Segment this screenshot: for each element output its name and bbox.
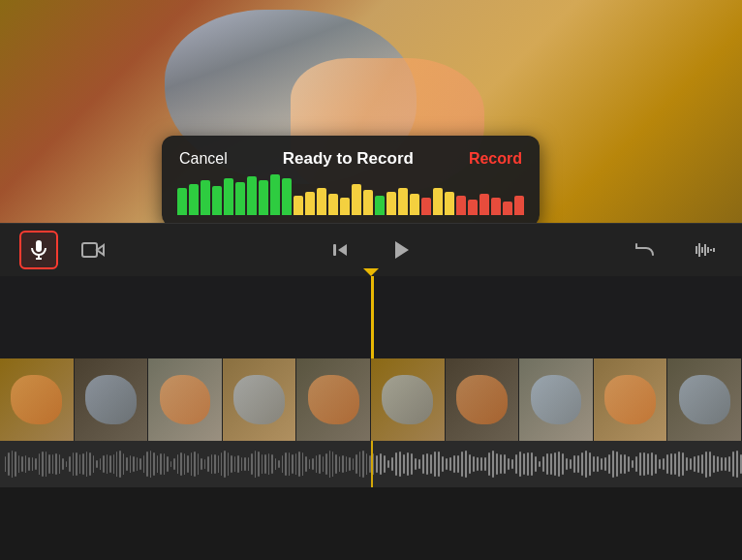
thumb-shape <box>160 375 211 424</box>
waveform-bar-right <box>415 458 417 470</box>
waveform-bar-right <box>457 455 459 473</box>
waveform-bar <box>278 460 279 468</box>
filmstrip[interactable] <box>0 358 742 441</box>
waveform-bar <box>160 453 161 475</box>
waveform-bar <box>100 458 101 469</box>
waveform-bar-right <box>651 452 653 477</box>
waveform-bar <box>18 455 19 474</box>
waveform-bar <box>130 455 131 472</box>
waveform-bar-right <box>430 454 432 474</box>
waveform-bar <box>244 457 245 471</box>
waveform-bar <box>211 454 212 474</box>
cancel-button[interactable]: Cancel <box>179 150 228 168</box>
thumb-shape <box>85 375 137 424</box>
waveform-bar-right <box>546 453 548 475</box>
waveform-bar-right <box>728 456 730 472</box>
thumb-shape <box>456 375 508 424</box>
waveform-bar-right <box>697 455 699 474</box>
audio-levels-button[interactable] <box>684 231 723 269</box>
video-preview: Cancel Ready to Record Record <box>0 0 742 223</box>
waveform-bar-right <box>492 451 494 478</box>
meter-bar-red <box>456 196 466 215</box>
waveform-bar-right <box>376 455 378 474</box>
microphone-button[interactable] <box>19 231 58 269</box>
waveform-bar-right <box>461 451 463 477</box>
waveform-strip <box>0 441 742 487</box>
waveform-bar-right <box>616 451 618 476</box>
waveform-bar <box>298 451 299 477</box>
waveform-bar <box>28 457 29 471</box>
waveform-bar-right <box>624 454 626 475</box>
waveform-bar <box>59 454 60 474</box>
waveform-bar <box>107 454 108 474</box>
camera-button[interactable] <box>74 231 112 269</box>
waveform-bar <box>139 458 140 471</box>
play-icon <box>390 238 414 262</box>
record-button[interactable]: Record <box>469 150 522 168</box>
undo-button[interactable] <box>626 231 665 269</box>
waveform-bar-right <box>670 453 672 476</box>
waveform-bar <box>133 456 134 472</box>
waveform-bar-right <box>550 453 552 474</box>
filmstrip-thumb <box>0 358 75 441</box>
waveform-bar-right <box>511 459 513 468</box>
meter-bar-red <box>479 194 489 215</box>
waveform-bar-right <box>426 453 428 476</box>
waveform-bar-right <box>666 454 668 475</box>
filmstrip-thumb <box>519 358 594 441</box>
waveform-bar-right <box>411 453 413 475</box>
waveform-bar <box>157 455 158 473</box>
waveform-bar <box>224 451 225 478</box>
waveform-bar-right <box>690 458 692 469</box>
waveform-bar-right <box>713 455 715 473</box>
thumb-shape <box>233 375 285 424</box>
waveform-bar-right <box>732 451 734 476</box>
waveform-bar-right <box>635 456 637 473</box>
waveform-bar-right <box>682 452 684 476</box>
waveform-bar-right <box>581 452 583 475</box>
filmstrip-thumb <box>75 358 149 441</box>
waveform-bar <box>8 452 9 476</box>
waveform-bar-right <box>531 452 533 476</box>
thumb-content <box>594 358 667 441</box>
waveform-bar-right <box>597 456 599 472</box>
rewind-button[interactable] <box>321 231 359 269</box>
waveform-bar <box>32 457 33 471</box>
timeline-empty-track <box>0 276 742 358</box>
waveform-bar-right <box>539 461 541 467</box>
waveform-bar <box>302 452 303 476</box>
meter-bar-yellow <box>410 194 419 215</box>
waveform-bar <box>109 455 110 473</box>
waveform-bar <box>15 451 15 477</box>
toolbar-right <box>626 231 723 269</box>
waveform-bar-right <box>542 456 544 472</box>
filmstrip-thumb <box>296 358 371 441</box>
waveform-bar <box>207 456 208 471</box>
waveform-bar <box>218 455 219 472</box>
waveform-bar-right <box>686 457 688 471</box>
meter-bar-red <box>491 198 501 215</box>
waveform-bar-right <box>407 452 409 476</box>
waveform-bar <box>143 455 144 473</box>
waveform-bar-right <box>705 451 707 478</box>
waveform-bar-right <box>725 457 727 471</box>
waveform-bar-right <box>449 457 451 472</box>
waveform-bar-right <box>717 456 719 473</box>
waveform-bar <box>204 459 205 470</box>
waveform-bar-right <box>422 454 424 474</box>
undo-icon <box>634 238 657 262</box>
record-popup: Cancel Ready to Record Record <box>162 136 540 223</box>
waveform-bar-right <box>604 457 606 471</box>
waveform-bar-right <box>577 455 579 473</box>
waveform-bar <box>214 454 215 473</box>
waveform-bar-right <box>399 451 401 476</box>
meter-bar-yellow <box>433 188 443 215</box>
play-button[interactable] <box>383 231 421 269</box>
waveform-bar <box>167 456 168 472</box>
waveform-bar-right <box>535 456 537 473</box>
waveform-bar <box>366 453 367 476</box>
waveform-bar <box>35 458 36 470</box>
thumb-content <box>0 358 74 441</box>
waveform-bar-right <box>500 454 502 475</box>
waveform-bar <box>282 455 283 473</box>
